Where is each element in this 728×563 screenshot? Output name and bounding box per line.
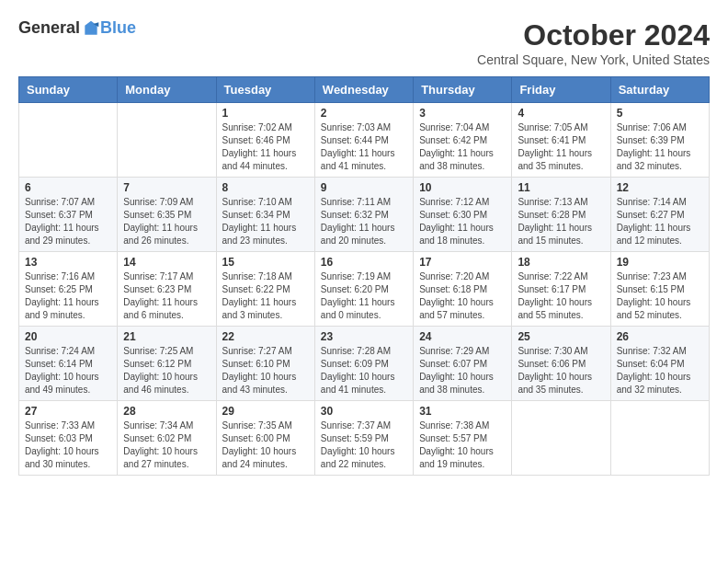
day-info: Sunrise: 7:11 AM Sunset: 6:32 PM Dayligh…: [321, 196, 407, 247]
day-info: Sunrise: 7:37 AM Sunset: 5:59 PM Dayligh…: [321, 419, 407, 471]
day-number: 1: [222, 107, 309, 120]
calendar-cell: 15Sunrise: 7:18 AM Sunset: 6:22 PM Dayli…: [216, 252, 314, 327]
day-info: Sunrise: 7:35 AM Sunset: 6:00 PM Dayligh…: [222, 419, 309, 471]
logo-blue: Blue: [100, 18, 136, 38]
calendar: SundayMondayTuesdayWednesdayThursdayFrid…: [18, 76, 710, 476]
calendar-cell: 30Sunrise: 7:37 AM Sunset: 5:59 PM Dayli…: [314, 401, 413, 476]
title-area: October 2024 Central Square, New York, U…: [477, 18, 710, 67]
logo-icon: [82, 19, 100, 38]
calendar-cell: 13Sunrise: 7:16 AM Sunset: 6:25 PM Dayli…: [19, 252, 118, 327]
day-number: 27: [25, 405, 111, 418]
day-number: 7: [123, 181, 210, 194]
calendar-cell: [610, 401, 709, 476]
calendar-cell: [19, 103, 118, 178]
day-info: Sunrise: 7:38 AM Sunset: 5:57 PM Dayligh…: [419, 419, 506, 471]
day-number: 14: [123, 256, 210, 269]
day-info: Sunrise: 7:33 AM Sunset: 6:03 PM Dayligh…: [25, 419, 111, 471]
calendar-cell: 28Sunrise: 7:34 AM Sunset: 6:02 PM Dayli…: [118, 401, 216, 476]
calendar-cell: 7Sunrise: 7:09 AM Sunset: 6:35 PM Daylig…: [118, 178, 216, 252]
day-number: 18: [518, 256, 604, 269]
weekday-header-tuesday: Tuesday: [216, 77, 314, 103]
calendar-cell: 2Sunrise: 7:03 AM Sunset: 6:44 PM Daylig…: [314, 103, 413, 178]
day-number: 3: [419, 107, 506, 120]
calendar-cell: 16Sunrise: 7:19 AM Sunset: 6:20 PM Dayli…: [314, 252, 413, 327]
weekday-header-saturday: Saturday: [610, 77, 709, 103]
weekday-header-friday: Friday: [512, 77, 610, 103]
day-number: 4: [518, 107, 604, 120]
calendar-cell: 4Sunrise: 7:05 AM Sunset: 6:41 PM Daylig…: [512, 103, 610, 178]
day-info: Sunrise: 7:07 AM Sunset: 6:37 PM Dayligh…: [25, 196, 111, 247]
day-number: 10: [419, 181, 506, 194]
calendar-cell: 11Sunrise: 7:13 AM Sunset: 6:28 PM Dayli…: [512, 178, 610, 252]
calendar-week-3: 13Sunrise: 7:16 AM Sunset: 6:25 PM Dayli…: [19, 252, 710, 327]
weekday-header-thursday: Thursday: [414, 77, 512, 103]
calendar-cell: [118, 103, 216, 178]
day-info: Sunrise: 7:05 AM Sunset: 6:41 PM Dayligh…: [518, 121, 604, 173]
day-number: 25: [518, 330, 604, 343]
day-info: Sunrise: 7:10 AM Sunset: 6:34 PM Dayligh…: [222, 196, 309, 247]
weekday-header-monday: Monday: [118, 77, 216, 103]
day-info: Sunrise: 7:03 AM Sunset: 6:44 PM Dayligh…: [321, 121, 407, 173]
day-number: 11: [518, 181, 604, 194]
day-number: 30: [321, 405, 407, 418]
weekday-header-sunday: Sunday: [19, 77, 118, 103]
day-info: Sunrise: 7:22 AM Sunset: 6:17 PM Dayligh…: [518, 270, 604, 322]
day-number: 5: [617, 107, 703, 120]
day-number: 2: [321, 107, 407, 120]
calendar-cell: 3Sunrise: 7:04 AM Sunset: 6:42 PM Daylig…: [414, 103, 512, 178]
day-number: 22: [222, 330, 309, 343]
day-info: Sunrise: 7:17 AM Sunset: 6:23 PM Dayligh…: [123, 270, 210, 322]
calendar-cell: 21Sunrise: 7:25 AM Sunset: 6:12 PM Dayli…: [118, 327, 216, 401]
calendar-cell: 9Sunrise: 7:11 AM Sunset: 6:32 PM Daylig…: [314, 178, 413, 252]
weekday-header-wednesday: Wednesday: [314, 77, 413, 103]
day-info: Sunrise: 7:32 AM Sunset: 6:04 PM Dayligh…: [617, 345, 703, 396]
calendar-cell: [512, 401, 610, 476]
day-number: 15: [222, 256, 309, 269]
day-number: 28: [123, 405, 210, 418]
calendar-cell: 5Sunrise: 7:06 AM Sunset: 6:39 PM Daylig…: [610, 103, 709, 178]
calendar-cell: 26Sunrise: 7:32 AM Sunset: 6:04 PM Dayli…: [610, 327, 709, 401]
day-info: Sunrise: 7:14 AM Sunset: 6:27 PM Dayligh…: [617, 196, 703, 247]
calendar-cell: 27Sunrise: 7:33 AM Sunset: 6:03 PM Dayli…: [19, 401, 118, 476]
day-number: 23: [321, 330, 407, 343]
calendar-cell: 17Sunrise: 7:20 AM Sunset: 6:18 PM Dayli…: [414, 252, 512, 327]
calendar-cell: 19Sunrise: 7:23 AM Sunset: 6:15 PM Dayli…: [610, 252, 709, 327]
day-info: Sunrise: 7:12 AM Sunset: 6:30 PM Dayligh…: [419, 196, 506, 247]
day-info: Sunrise: 7:18 AM Sunset: 6:22 PM Dayligh…: [222, 270, 309, 322]
day-number: 29: [222, 405, 309, 418]
day-number: 24: [419, 330, 506, 343]
calendar-cell: 6Sunrise: 7:07 AM Sunset: 6:37 PM Daylig…: [19, 178, 118, 252]
calendar-cell: 31Sunrise: 7:38 AM Sunset: 5:57 PM Dayli…: [414, 401, 512, 476]
day-number: 31: [419, 405, 506, 418]
day-number: 13: [25, 256, 111, 269]
day-info: Sunrise: 7:19 AM Sunset: 6:20 PM Dayligh…: [321, 270, 407, 322]
day-info: Sunrise: 7:29 AM Sunset: 6:07 PM Dayligh…: [419, 345, 506, 396]
weekday-header-row: SundayMondayTuesdayWednesdayThursdayFrid…: [19, 77, 710, 103]
day-number: 12: [617, 181, 703, 194]
location: Central Square, New York, United States: [477, 52, 710, 67]
day-number: 6: [25, 181, 111, 194]
calendar-cell: 1Sunrise: 7:02 AM Sunset: 6:46 PM Daylig…: [216, 103, 314, 178]
day-info: Sunrise: 7:28 AM Sunset: 6:09 PM Dayligh…: [321, 345, 407, 396]
calendar-week-5: 27Sunrise: 7:33 AM Sunset: 6:03 PM Dayli…: [19, 401, 710, 476]
day-info: Sunrise: 7:34 AM Sunset: 6:02 PM Dayligh…: [123, 419, 210, 471]
day-info: Sunrise: 7:02 AM Sunset: 6:46 PM Dayligh…: [222, 121, 309, 173]
day-number: 19: [617, 256, 703, 269]
calendar-cell: 12Sunrise: 7:14 AM Sunset: 6:27 PM Dayli…: [610, 178, 709, 252]
calendar-cell: 8Sunrise: 7:10 AM Sunset: 6:34 PM Daylig…: [216, 178, 314, 252]
logo: General Blue: [18, 18, 136, 38]
day-number: 26: [617, 330, 703, 343]
calendar-cell: 29Sunrise: 7:35 AM Sunset: 6:00 PM Dayli…: [216, 401, 314, 476]
header: General Blue October 2024 Central Square…: [18, 18, 710, 67]
calendar-week-2: 6Sunrise: 7:07 AM Sunset: 6:37 PM Daylig…: [19, 178, 710, 252]
calendar-cell: 25Sunrise: 7:30 AM Sunset: 6:06 PM Dayli…: [512, 327, 610, 401]
day-info: Sunrise: 7:25 AM Sunset: 6:12 PM Dayligh…: [123, 345, 210, 396]
day-number: 16: [321, 256, 407, 269]
day-info: Sunrise: 7:20 AM Sunset: 6:18 PM Dayligh…: [419, 270, 506, 322]
day-info: Sunrise: 7:06 AM Sunset: 6:39 PM Dayligh…: [617, 121, 703, 173]
day-number: 8: [222, 181, 309, 194]
calendar-cell: 10Sunrise: 7:12 AM Sunset: 6:30 PM Dayli…: [414, 178, 512, 252]
logo-general: General: [18, 18, 80, 38]
day-info: Sunrise: 7:23 AM Sunset: 6:15 PM Dayligh…: [617, 270, 703, 322]
calendar-cell: 24Sunrise: 7:29 AM Sunset: 6:07 PM Dayli…: [414, 327, 512, 401]
